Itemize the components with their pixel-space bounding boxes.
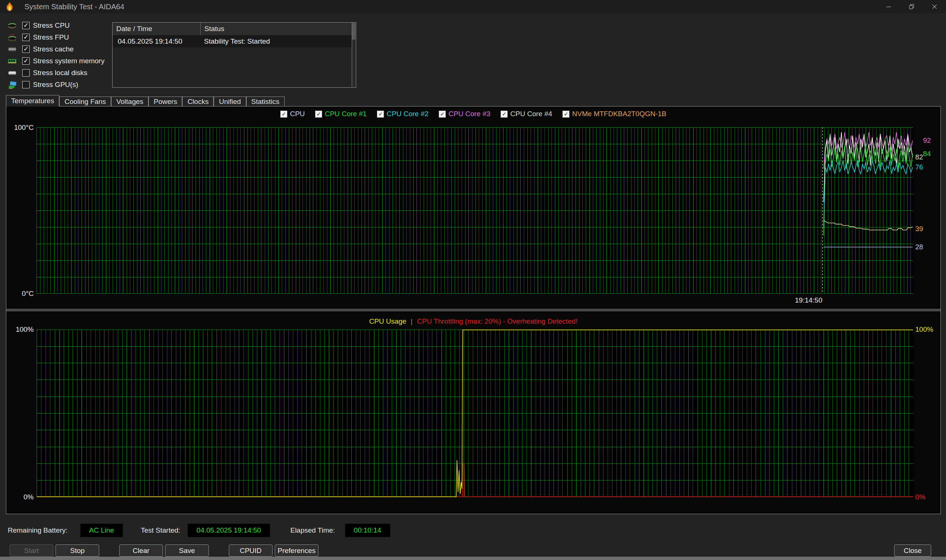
- save-button[interactable]: Save: [165, 545, 209, 557]
- temps-value-label: 39: [915, 225, 923, 233]
- log-rows: 04.05.2025 19:14:50Stability Test: Start…: [113, 35, 356, 47]
- preferences-button[interactable]: Preferences: [275, 545, 318, 557]
- log-row[interactable]: 04.05.2025 19:14:50Stability Test: Start…: [113, 35, 356, 47]
- usage-right-max-label: 100%: [915, 326, 934, 334]
- legend-item: ✓CPU: [280, 110, 305, 118]
- temps-value-label: 92: [923, 137, 931, 145]
- stress-option-row: ✓Stress system memory: [7, 56, 104, 65]
- stress-option-label: Stress CPU: [33, 22, 69, 29]
- aida64-flame-icon: [5, 2, 15, 12]
- log-scrollbar[interactable]: [352, 23, 355, 87]
- log-col-status[interactable]: Status: [200, 23, 356, 35]
- start-button: Start: [9, 545, 53, 557]
- stress-checkbox[interactable]: [22, 69, 29, 77]
- close-icon: [932, 4, 937, 9]
- temps-y-min-label: 0°C: [6, 289, 34, 298]
- legend-label: CPU Core #2: [387, 110, 428, 118]
- legend-checkbox[interactable]: ✓: [315, 111, 322, 118]
- tab-unified[interactable]: Unified: [214, 97, 246, 106]
- stress-option-row: Stress local disks: [7, 68, 104, 77]
- fpu-icon: 123: [7, 32, 18, 42]
- tab-temperatures[interactable]: Temperatures: [6, 95, 59, 106]
- charts-divider: [6, 309, 940, 311]
- stress-checkbox[interactable]: ✓: [22, 46, 29, 53]
- cpu-usage-chart: [37, 329, 913, 497]
- log-row-status: Stability Test: Started: [200, 37, 356, 46]
- legend-item: ✓CPU Core #2: [377, 110, 428, 118]
- temps-value-label: 28: [915, 243, 923, 251]
- event-log: Date / Time Status 04.05.2025 19:14:50St…: [112, 22, 356, 88]
- window-title: System Stability Test - AIDA64: [25, 3, 124, 11]
- stress-options-list: ✓Stress CPU123✓Stress FPU✓Stress cache✓S…: [7, 21, 104, 89]
- usage-y-min-label: 0%: [6, 493, 34, 501]
- tab-voltages[interactable]: Voltages: [111, 97, 148, 106]
- stress-option-row: 123✓Stress FPU: [7, 32, 104, 42]
- legend-label: NVMe MTFDKBA2T0QGN-1B: [572, 110, 666, 118]
- temps-value-label: 82: [915, 153, 923, 161]
- legend-item: ✓CPU Core #4: [501, 110, 552, 118]
- log-scrollbar-thumb[interactable]: [352, 23, 355, 40]
- restore-button[interactable]: [900, 0, 923, 13]
- legend-checkbox[interactable]: ✓: [562, 111, 569, 118]
- stability-test-window: System Stability Test - AIDA64: [0, 0, 946, 560]
- restore-icon: [909, 4, 915, 9]
- tab-powers[interactable]: Powers: [148, 97, 182, 106]
- clear-button[interactable]: Clear: [119, 545, 163, 557]
- usage-y-max-label: 100%: [6, 326, 34, 334]
- stress-option-row: Stress GPU(s): [7, 80, 104, 89]
- tab-bar: TemperaturesCooling FansVoltagesPowersCl…: [6, 95, 285, 106]
- temps-x-marker-label: 19:14:50: [787, 296, 823, 305]
- series-nvme-mtfdkba2t0qgn-1b: [824, 220, 913, 230]
- elapsed-time-value: 00:10:14: [345, 524, 390, 537]
- temps-legend: ✓CPU✓CPU Core #1✓CPU Core #2✓CPU Core #3…: [6, 110, 940, 118]
- stress-option-label: Stress local disks: [33, 69, 87, 77]
- legend-checkbox[interactable]: ✓: [377, 111, 384, 118]
- gpu-icon: [7, 80, 18, 89]
- legend-checkbox[interactable]: ✓: [501, 111, 508, 118]
- stress-option-label: Stress GPU(s): [33, 81, 78, 89]
- temps-y-max-label: 100°C: [6, 123, 34, 132]
- minimize-button[interactable]: [877, 0, 900, 13]
- close-button[interactable]: Close: [894, 545, 931, 557]
- stress-checkbox[interactable]: ✓: [22, 57, 29, 65]
- stop-button[interactable]: Stop: [56, 545, 99, 557]
- stress-checkbox[interactable]: ✓: [22, 22, 29, 29]
- stress-checkbox[interactable]: ✓: [22, 34, 29, 41]
- legend-label: CPU Core #4: [510, 110, 552, 118]
- stress-option-row: ✓Stress CPU: [7, 21, 104, 30]
- legend-checkbox[interactable]: ✓: [280, 111, 287, 118]
- taskbar-edge: [0, 557, 946, 560]
- usage-chart-title: CPU Usage|CPU Throttling (max: 20%) - Ov…: [6, 317, 940, 326]
- cache-icon: [7, 45, 18, 54]
- stress-option-label: Stress cache: [33, 45, 74, 53]
- tab-clocks[interactable]: Clocks: [182, 97, 214, 106]
- stress-option-label: Stress system memory: [33, 57, 104, 65]
- legend-item: ✓NVMe MTFDKBA2T0QGN-1B: [562, 110, 666, 118]
- legend-label: CPU: [290, 110, 305, 118]
- temps-value-label: 76: [915, 163, 923, 171]
- temperatures-chart: [37, 127, 913, 294]
- usage-title-part: |: [410, 317, 412, 326]
- cpuid-button[interactable]: CPUID: [229, 545, 273, 557]
- stress-checkbox[interactable]: [22, 81, 29, 88]
- charts-panel: ✓CPU✓CPU Core #1✓CPU Core #2✓CPU Core #3…: [6, 106, 941, 514]
- stress-option-row: ✓Stress cache: [7, 45, 104, 54]
- log-row-datetime: 04.05.2025 19:14:50: [113, 37, 200, 46]
- legend-checkbox[interactable]: ✓: [439, 111, 446, 118]
- elapsed-time-label: Elapsed Time:: [290, 526, 335, 534]
- battery-label: Remaining Battery:: [8, 526, 68, 534]
- log-header: Date / Time Status: [113, 23, 356, 35]
- tab-statistics[interactable]: Statistics: [246, 97, 285, 106]
- legend-item: ✓CPU Core #3: [439, 110, 490, 118]
- usage-title-part: CPU Throttling (max: 20%) - Overheating …: [417, 317, 577, 326]
- close-window-button[interactable]: [923, 0, 946, 13]
- titlebar: System Stability Test - AIDA64: [0, 0, 946, 13]
- tab-cooling-fans[interactable]: Cooling Fans: [59, 97, 111, 106]
- test-started-label: Test Started:: [141, 526, 180, 534]
- minimize-icon: [886, 4, 892, 9]
- window-controls: [877, 0, 946, 13]
- temps-value-label: 84: [923, 150, 931, 158]
- status-bar: Remaining Battery: AC Line Test Started:…: [8, 524, 390, 537]
- usage-right-min-label: 0%: [915, 493, 925, 501]
- log-col-datetime[interactable]: Date / Time: [113, 25, 200, 33]
